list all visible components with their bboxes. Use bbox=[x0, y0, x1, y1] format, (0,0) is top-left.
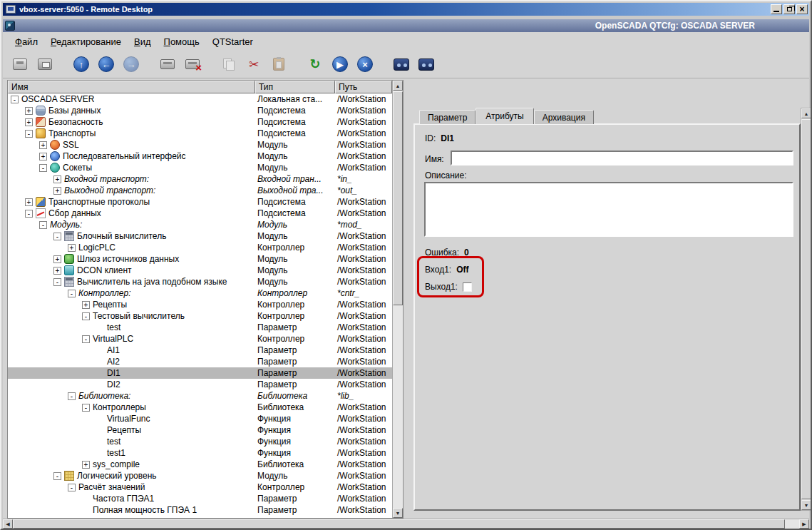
restore-button[interactable] bbox=[783, 4, 795, 14]
cut-button[interactable]: ✂ bbox=[244, 54, 264, 74]
collapse-expander-icon[interactable]: - bbox=[25, 130, 33, 138]
tree-row[interactable]: -Контроллер:Контроллер*cntr_ bbox=[8, 287, 392, 299]
scroll-up-button[interactable]: ▲ bbox=[393, 81, 403, 91]
description-textarea[interactable] bbox=[424, 182, 793, 237]
panel-vertical-scrollbar[interactable]: ▲ ▼ bbox=[801, 108, 811, 511]
tree-row[interactable]: testФункция/WorkStation bbox=[8, 436, 392, 447]
collapse-expander-icon[interactable]: - bbox=[25, 210, 33, 218]
tree-column-header[interactable]: Имя bbox=[8, 81, 255, 93]
tree-row[interactable]: -КонтроллерыБиблиотека/WorkStation bbox=[8, 402, 392, 413]
tab-attributes[interactable]: Атрибуты bbox=[476, 108, 533, 124]
expand-expander-icon[interactable]: + bbox=[53, 255, 61, 263]
expand-expander-icon[interactable]: + bbox=[53, 187, 61, 195]
expand-expander-icon[interactable]: + bbox=[25, 118, 33, 126]
tree-row[interactable]: -Логический уровеньМодуль/WorkStation bbox=[8, 470, 392, 481]
tree-row[interactable]: +LogicPLCКонтроллер/WorkStation bbox=[8, 242, 392, 253]
qtcfg-launch-button[interactable] bbox=[391, 54, 411, 74]
collapse-expander-icon[interactable]: - bbox=[39, 221, 47, 229]
vision-launch-button[interactable] bbox=[416, 54, 436, 74]
collapse-expander-icon[interactable]: - bbox=[68, 392, 76, 400]
tree-row[interactable]: -Библиотека:Библиотека*lib_ bbox=[8, 390, 392, 402]
tree-row[interactable]: РецептыФункция/WorkStation bbox=[8, 424, 392, 436]
tree-row[interactable]: +Выходной транспорт:Выходной тра...*out_ bbox=[8, 185, 392, 196]
expand-expander-icon[interactable]: + bbox=[25, 107, 33, 115]
tree-row[interactable]: +sys_compileБиблиотека/WorkStation bbox=[8, 459, 392, 470]
tree-row[interactable]: -OSCADA SERVERЛокальная ста.../WorkStati… bbox=[8, 93, 392, 105]
menu-item-file[interactable]: Файл bbox=[9, 34, 44, 49]
tree-vertical-scrollbar[interactable]: ▲ ▼ bbox=[392, 81, 403, 518]
refresh-button[interactable]: ↻ bbox=[305, 54, 325, 74]
collapse-expander-icon[interactable]: - bbox=[68, 484, 76, 491]
expand-expander-icon[interactable]: + bbox=[25, 198, 33, 206]
splitter[interactable] bbox=[404, 80, 407, 519]
scroll-thumb[interactable] bbox=[13, 519, 785, 529]
horizontal-scrollbar[interactable]: ◀ ▶ bbox=[3, 519, 809, 529]
expand-expander-icon[interactable]: + bbox=[39, 141, 47, 149]
tree-row[interactable]: AI1Параметр/WorkStation bbox=[8, 345, 392, 356]
tree-row[interactable]: AI2Параметр/WorkStation bbox=[8, 356, 392, 367]
tree-row[interactable]: +РецептыКонтроллер/WorkStation bbox=[8, 299, 392, 310]
app-titlebar[interactable]: OpenSCADA QTCfg: OSCADA SERVER bbox=[3, 19, 809, 32]
tree-row[interactable]: +Входной транспорт:Входной тран...*in_ bbox=[8, 173, 392, 185]
scroll-up-button[interactable]: ▲ bbox=[801, 108, 811, 118]
window-titlebar[interactable]: vbox-server:5050 - Remote Desktop × bbox=[3, 3, 809, 16]
add-item-button[interactable] bbox=[158, 54, 178, 74]
tab-parameter[interactable]: Параметр bbox=[419, 110, 476, 124]
delete-item-button[interactable]: × bbox=[183, 54, 202, 74]
save-button[interactable] bbox=[35, 54, 55, 74]
tree-row[interactable]: -Сбор данныхПодсистема/WorkStation bbox=[8, 208, 392, 219]
expand-expander-icon[interactable]: + bbox=[39, 153, 47, 160]
menu-item-view[interactable]: Вид bbox=[128, 34, 158, 49]
collapse-expander-icon[interactable]: - bbox=[82, 312, 90, 320]
menu-item-edit[interactable]: Редактирование bbox=[44, 34, 128, 49]
menu-item-help[interactable]: Помощь bbox=[158, 34, 206, 49]
start-button[interactable]: ▶ bbox=[330, 54, 350, 74]
scroll-down-button[interactable]: ▼ bbox=[801, 500, 811, 510]
collapse-expander-icon[interactable]: - bbox=[53, 233, 61, 240]
tree-column-header[interactable]: Тип bbox=[255, 81, 335, 93]
collapse-expander-icon[interactable]: - bbox=[82, 335, 90, 343]
tree-row[interactable]: test1Функция/WorkStation bbox=[8, 447, 392, 459]
tree-column-header[interactable]: Путь bbox=[335, 81, 392, 93]
collapse-expander-icon[interactable]: - bbox=[53, 472, 61, 480]
expand-expander-icon[interactable]: + bbox=[68, 244, 76, 252]
scroll-right-button[interactable]: ▶ bbox=[799, 519, 809, 529]
scroll-thumb[interactable] bbox=[801, 119, 811, 499]
collapse-expander-icon[interactable]: - bbox=[53, 278, 61, 286]
scroll-left-button[interactable]: ◀ bbox=[3, 519, 13, 529]
tree-row[interactable]: VirtualFuncФункция/WorkStation bbox=[8, 413, 392, 424]
expand-expander-icon[interactable]: + bbox=[82, 301, 90, 309]
load-button[interactable] bbox=[10, 54, 30, 74]
collapse-expander-icon[interactable]: - bbox=[39, 164, 47, 172]
collapse-expander-icon[interactable]: - bbox=[68, 290, 76, 297]
tree-row[interactable]: +Шлюз источников данныхМодуль/WorkStatio… bbox=[8, 253, 392, 265]
close-button[interactable]: × bbox=[796, 4, 808, 14]
tree-row[interactable]: +Транспортные протоколыПодсистема/WorkSt… bbox=[8, 196, 392, 208]
tree-row[interactable]: +DCON клиентМодуль/WorkStation bbox=[8, 265, 392, 276]
name-input[interactable] bbox=[451, 151, 793, 165]
up-button[interactable]: ↑ bbox=[71, 54, 91, 74]
expand-expander-icon[interactable]: + bbox=[53, 175, 61, 183]
scroll-down-button[interactable]: ▼ bbox=[393, 508, 403, 518]
tab-archiving[interactable]: Архивация bbox=[534, 110, 594, 124]
tree-row[interactable]: Полная мощность ГПЭА 1Параметр/WorkStati… bbox=[8, 504, 392, 516]
menu-item-qtstarter[interactable]: QTStarter bbox=[206, 34, 259, 49]
stop-button[interactable]: × bbox=[355, 54, 375, 74]
tree-row[interactable]: -СокетыМодуль/WorkStation bbox=[8, 162, 392, 173]
collapse-expander-icon[interactable]: - bbox=[82, 404, 90, 412]
tree-row[interactable]: -Блочный вычислительМодуль/WorkStation bbox=[8, 230, 392, 242]
tree-row[interactable]: +БезопасностьПодсистема/WorkStation bbox=[8, 116, 392, 128]
collapse-expander-icon[interactable]: - bbox=[11, 96, 19, 103]
tree-row[interactable]: +Последовательный интерфейсМодуль/WorkSt… bbox=[8, 151, 392, 162]
back-button[interactable]: ← bbox=[96, 54, 116, 74]
expand-expander-icon[interactable]: + bbox=[82, 461, 90, 469]
tree-row[interactable]: -Расчёт значенийКонтроллер/WorkStation bbox=[8, 481, 392, 493]
tree-row[interactable]: +SSLМодуль/WorkStation bbox=[8, 139, 392, 151]
tree-row[interactable]: DI1Параметр/WorkStation bbox=[8, 367, 392, 379]
tree-row[interactable]: Частота ГПЭА1Параметр/WorkStation bbox=[8, 493, 392, 504]
tree-row[interactable]: testПараметр/WorkStation bbox=[8, 322, 392, 333]
tree-row[interactable]: -VirtualPLCКонтроллер/WorkStation bbox=[8, 333, 392, 345]
tree-row[interactable]: -Модуль:Модуль*mod_ bbox=[8, 219, 392, 230]
tree-row[interactable]: -Тестовый вычислительКонтроллер/WorkStat… bbox=[8, 310, 392, 322]
scroll-thumb[interactable] bbox=[393, 91, 403, 305]
